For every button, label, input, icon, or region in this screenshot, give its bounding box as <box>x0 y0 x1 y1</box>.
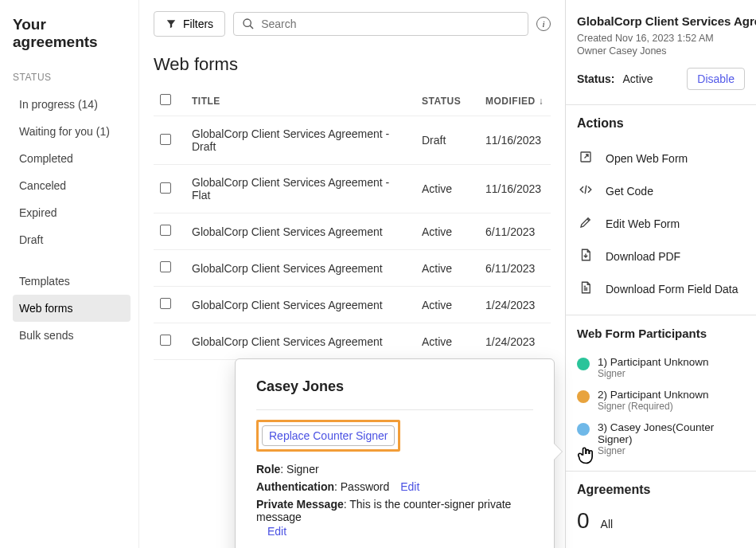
filter-icon <box>166 18 177 29</box>
actions-heading: Actions <box>577 116 745 131</box>
row-modified: 6/11/2023 <box>479 250 551 287</box>
status-label: Status: <box>577 72 614 85</box>
row-checkbox[interactable] <box>160 182 171 194</box>
details-title: GlobalCorp Client Services Agreement <box>577 14 745 28</box>
action-code[interactable]: Get Code <box>577 174 745 207</box>
download-pdf-icon <box>579 248 593 264</box>
participant-dot-icon <box>577 358 590 370</box>
row-title: GlobalCorp Client Services Agreement <box>185 213 415 250</box>
row-title: GlobalCorp Client Services Agreement - D… <box>185 116 415 165</box>
action-download-data[interactable]: Download Form Field Data <box>577 272 745 305</box>
replace-highlight: Replace Counter Signer <box>256 420 400 452</box>
search-icon <box>242 18 255 30</box>
row-status: Active <box>415 323 479 360</box>
row-checkbox[interactable] <box>160 134 171 145</box>
row-status: Active <box>415 165 479 213</box>
sidebar-item-web-forms[interactable]: Web forms <box>13 295 131 322</box>
col-status[interactable]: STATUS <box>415 86 479 116</box>
sidebar-item-draft[interactable]: Draft <box>13 226 131 253</box>
open-icon <box>579 150 593 166</box>
participant-row[interactable]: 1) Participant UnknownSigner <box>577 351 745 384</box>
details-owner: Owner Casey Jones <box>577 45 745 57</box>
row-title: GlobalCorp Client Services Agreement - F… <box>185 165 415 213</box>
sidebar-item-completed[interactable]: Completed <box>13 145 131 172</box>
col-modified[interactable]: MODIFIED↓ <box>479 86 551 116</box>
row-title: GlobalCorp Client Services Agreement <box>185 323 415 360</box>
details-created: Created Nov 16, 2023 1:52 AM <box>577 33 745 44</box>
agreements-heading: Agreements <box>577 483 745 497</box>
row-status: Active <box>415 287 479 323</box>
section-title: Web forms <box>154 54 551 75</box>
row-title: GlobalCorp Client Services Agreement <box>185 250 415 287</box>
table-row[interactable]: GlobalCorp Client Services Agreement - D… <box>154 116 551 165</box>
download-data-icon <box>579 280 593 297</box>
search-field[interactable] <box>233 12 528 36</box>
participant-popover: Casey Jones Replace Counter Signer Role:… <box>235 358 555 548</box>
select-all-checkbox[interactable] <box>160 94 171 105</box>
table-row[interactable]: GlobalCorp Client Services AgreementActi… <box>154 213 551 250</box>
sidebar-item-in-progress[interactable]: In progress (14) <box>13 91 131 118</box>
table-row[interactable]: GlobalCorp Client Services AgreementActi… <box>154 287 551 323</box>
sidebar-item-bulk-sends[interactable]: Bulk sends <box>13 322 131 349</box>
code-icon <box>579 182 593 199</box>
action-download-pdf[interactable]: Download PDF <box>577 240 745 272</box>
details-panel: GlobalCorp Client Services Agreement Cre… <box>565 0 756 548</box>
participants-heading: Web Form Participants <box>577 327 745 340</box>
participant-dot-icon <box>577 390 590 403</box>
replace-counter-signer-button[interactable]: Replace Counter Signer <box>262 425 395 446</box>
table-row[interactable]: GlobalCorp Client Services Agreement - F… <box>154 165 551 213</box>
row-checkbox[interactable] <box>160 335 171 346</box>
row-status: Active <box>415 250 479 287</box>
edit-pm-link[interactable]: Edit <box>267 525 533 538</box>
row-status: Draft <box>415 116 479 165</box>
row-modified: 1/24/2023 <box>479 323 551 360</box>
row-checkbox[interactable] <box>160 225 171 236</box>
action-edit[interactable]: Edit Web Form <box>577 207 745 240</box>
info-icon[interactable]: i <box>536 17 551 31</box>
agreements-count: 0 <box>577 508 590 534</box>
row-modified: 1/24/2023 <box>479 287 551 323</box>
sort-desc-icon: ↓ <box>539 96 544 107</box>
participant-row[interactable]: 2) Participant UnknownSigner (Required) <box>577 384 745 417</box>
table-row[interactable]: GlobalCorp Client Services AgreementActi… <box>154 250 551 287</box>
row-status: Active <box>415 213 479 250</box>
row-checkbox[interactable] <box>160 298 171 309</box>
sidebar: Your agreements STATUS In progress (14) … <box>0 0 139 548</box>
table-row[interactable]: GlobalCorp Client Services AgreementActi… <box>154 323 551 360</box>
svg-line-1 <box>250 25 253 29</box>
sidebar-item-expired[interactable]: Expired <box>13 199 131 226</box>
disable-button[interactable]: Disable <box>687 68 745 90</box>
popover-name: Casey Jones <box>256 378 533 395</box>
search-input[interactable] <box>261 18 520 30</box>
sidebar-item-templates[interactable]: Templates <box>13 268 131 295</box>
col-title[interactable]: TITLE <box>185 86 415 116</box>
row-checkbox[interactable] <box>160 261 171 272</box>
row-modified: 11/16/2023 <box>479 116 551 165</box>
row-modified: 11/16/2023 <box>479 165 551 213</box>
status-value: Active <box>622 72 653 85</box>
page-title: Your agreements <box>13 16 131 51</box>
action-open[interactable]: Open Web Form <box>577 142 745 174</box>
row-title: GlobalCorp Client Services Agreement <box>185 287 415 323</box>
edit-icon <box>579 215 593 232</box>
edit-auth-link[interactable]: Edit <box>400 480 419 493</box>
svg-point-0 <box>244 19 251 26</box>
sidebar-item-canceled[interactable]: Canceled <box>13 172 131 199</box>
row-modified: 6/11/2023 <box>479 213 551 250</box>
sidebar-item-waiting[interactable]: Waiting for you (1) <box>13 118 131 145</box>
participant-row[interactable]: 3) Casey Jones(Counter Signer)Signer <box>577 417 745 461</box>
filters-button[interactable]: Filters <box>154 11 225 37</box>
status-group-label: STATUS <box>13 72 131 83</box>
participant-dot-icon <box>577 423 590 436</box>
agreements-all[interactable]: All <box>601 518 614 530</box>
web-forms-table: TITLE STATUS MODIFIED↓ GlobalCorp Client… <box>154 86 551 360</box>
